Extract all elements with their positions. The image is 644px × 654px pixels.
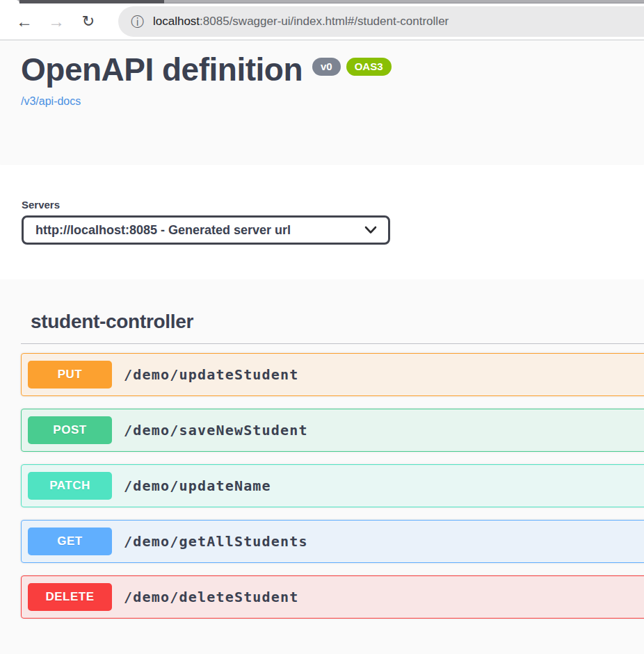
- controller-tag-header[interactable]: student-controller: [31, 311, 644, 333]
- title-badges: v0 OAS3: [312, 58, 392, 76]
- active-tab-corner: [0, 0, 19, 3]
- operation-path: /demo/saveNewStudent: [124, 422, 308, 439]
- method-badge: GET: [28, 528, 112, 555]
- operation-path: /demo/updateStudent: [124, 366, 299, 383]
- address-bar[interactable]: ⓘ localhost:8085/swagger-ui/index.html#/…: [118, 6, 644, 37]
- browser-toolbar: ← → ↻ ⓘ localhost:8085/swagger-ui/index.…: [0, 3, 644, 40]
- operation-path: /demo/updateName: [124, 477, 271, 494]
- api-docs-link[interactable]: /v3/api-docs: [21, 95, 81, 108]
- operation-row[interactable]: GET /demo/getAllStudents: [21, 520, 644, 563]
- operation-row[interactable]: PATCH /demo/updateName: [21, 464, 644, 507]
- page-info-icon[interactable]: ⓘ: [131, 15, 144, 28]
- url-text[interactable]: localhost:8085/swagger-ui/index.html#/st…: [153, 15, 449, 28]
- tab-bar-edge: [19, 0, 164, 3]
- tag-divider: [21, 343, 644, 344]
- servers-label: Servers: [22, 199, 644, 211]
- url-host: localhost: [153, 15, 200, 28]
- chevron-down-icon: [364, 226, 377, 234]
- frame-line: [164, 3, 644, 3]
- operation-row[interactable]: DELETE /demo/deleteStudent: [21, 575, 644, 619]
- page-title: OpenAPI definition: [21, 51, 303, 88]
- back-icon[interactable]: ←: [14, 11, 35, 32]
- method-badge: DELETE: [28, 583, 112, 611]
- method-badge: PATCH: [28, 472, 112, 500]
- window-frame-strip: [0, 0, 644, 3]
- url-path: :8085/swagger-ui/index.html#/student-con…: [200, 15, 449, 28]
- title-row: OpenAPI definition v0 OAS3: [21, 51, 623, 88]
- forward-icon: →: [46, 11, 67, 32]
- operation-path: /demo/deleteStudent: [124, 589, 299, 605]
- servers-section: Servers http://localhost:8085 - Generate…: [0, 165, 644, 279]
- operation-row[interactable]: PUT /demo/updateStudent: [21, 353, 644, 396]
- method-badge: POST: [28, 416, 112, 444]
- oas3-badge: OAS3: [346, 58, 392, 76]
- reload-icon[interactable]: ↻: [78, 11, 99, 32]
- server-select-value: http://localhost:8085 - Generated server…: [35, 223, 291, 238]
- server-select[interactable]: http://localhost:8085 - Generated server…: [22, 215, 390, 245]
- operation-row[interactable]: POST /demo/saveNewStudent: [21, 409, 644, 452]
- operation-path: /demo/getAllStudents: [124, 533, 308, 550]
- method-badge: PUT: [28, 361, 112, 389]
- version-badge: v0: [312, 58, 341, 76]
- api-info-section: OpenAPI definition v0 OAS3 /v3/api-docs: [0, 40, 644, 165]
- operations-list: PUT /demo/updateStudent POST /demo/saveN…: [21, 353, 644, 619]
- operations-section: student-controller PUT /demo/updateStude…: [0, 279, 644, 619]
